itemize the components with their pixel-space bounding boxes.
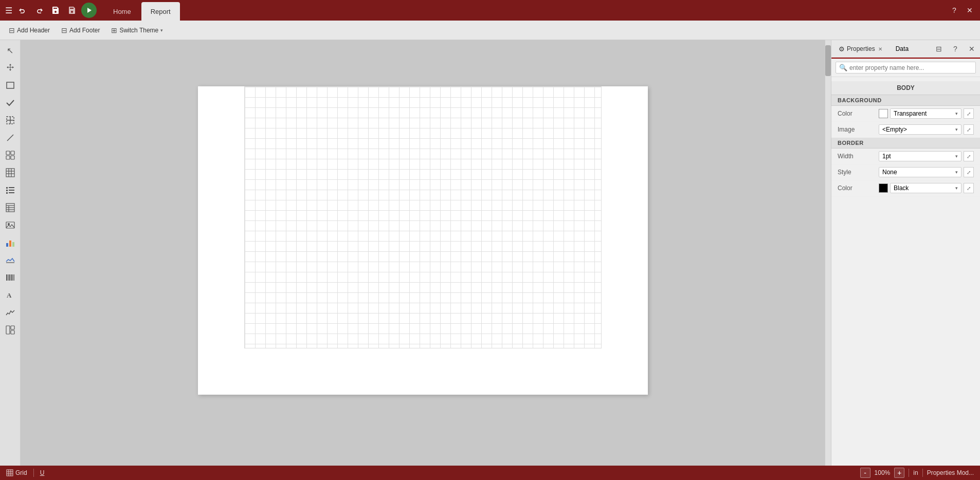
zoom-plus-button[interactable]: + xyxy=(894,468,904,478)
svg-rect-18 xyxy=(6,190,8,191)
border-section-header: BORDER xyxy=(831,138,980,149)
border-width-select-value: 1pt xyxy=(882,153,891,160)
tab-report[interactable]: Report xyxy=(141,2,180,21)
border-color-select[interactable]: Black ▾ xyxy=(890,183,961,193)
panel-stack-icon[interactable]: ⊟ xyxy=(933,43,945,55)
border-color-swatch[interactable] xyxy=(879,183,888,193)
tab-home[interactable]: Home xyxy=(104,2,140,21)
page-grid-area[interactable] xyxy=(244,86,602,348)
status-bar: Grid U - 100% + in Properties Mod... xyxy=(0,466,980,480)
svg-rect-43 xyxy=(11,326,14,329)
tab-data[interactable]: Data xyxy=(891,40,914,59)
sidebar-icon-bar-chart[interactable] xyxy=(2,234,19,251)
svg-rect-31 xyxy=(12,242,14,247)
scrollbar-thumb[interactable] xyxy=(825,45,831,76)
svg-rect-10 xyxy=(11,156,14,159)
tab-properties[interactable]: ⚙ Properties ✕ xyxy=(833,40,888,59)
panel-close-icon[interactable]: ✕ xyxy=(966,43,978,55)
border-style-select[interactable]: None ▾ xyxy=(879,167,961,177)
canvas-area[interactable] xyxy=(21,40,825,466)
bg-color-label: Color xyxy=(838,110,879,117)
sidebar-icon-rectangle[interactable] xyxy=(2,77,19,94)
sidebar-icon-pointer[interactable]: ↖ xyxy=(2,42,19,59)
menu-icon[interactable]: ☰ xyxy=(4,6,13,15)
sidebar-icon-data-grid[interactable] xyxy=(2,199,19,216)
bg-image-expand[interactable]: ⤢ xyxy=(964,124,974,135)
bg-color-swatch[interactable] xyxy=(879,109,888,118)
search-box: 🔍 xyxy=(831,59,980,77)
sidebar-icon-group[interactable] xyxy=(2,147,19,163)
vertical-scrollbar[interactable] xyxy=(825,40,831,466)
border-style-select-arrow: ▾ xyxy=(955,170,958,175)
bg-color-expand[interactable]: ⤢ xyxy=(964,108,974,119)
status-sep-1 xyxy=(33,469,34,477)
svg-rect-2 xyxy=(7,82,14,88)
switch-theme-button[interactable]: ⊞ Switch Theme ▾ xyxy=(106,24,168,37)
redo-button[interactable] xyxy=(32,3,46,17)
add-footer-button[interactable]: ⊟ Add Footer xyxy=(57,24,104,37)
border-style-expand[interactable]: ⤢ xyxy=(964,167,974,177)
svg-rect-37 xyxy=(10,274,11,281)
status-right: - 100% + in Properties Mod... xyxy=(860,468,974,478)
add-header-icon: ⊟ xyxy=(9,26,15,34)
panel-help-icon[interactable]: ? xyxy=(949,43,961,55)
zoom-value: 100% xyxy=(875,469,891,476)
save-button[interactable] xyxy=(48,3,63,17)
sidebar-icon-move[interactable] xyxy=(2,60,19,76)
search-input[interactable] xyxy=(849,64,972,71)
border-style-select-value: None xyxy=(882,169,897,176)
svg-rect-11 xyxy=(6,169,14,177)
data-tab-label: Data xyxy=(896,45,909,52)
sidebar-icon-table[interactable] xyxy=(2,164,19,181)
bg-image-select[interactable]: <Empty> ▾ xyxy=(879,124,961,135)
border-color-expand[interactable]: ⤢ xyxy=(964,183,974,193)
help-button[interactable]: ? xyxy=(948,4,960,16)
play-button[interactable] xyxy=(81,3,97,18)
add-header-button[interactable]: ⊟ Add Header xyxy=(4,24,55,37)
save-as-button[interactable]: + xyxy=(65,3,79,17)
main-layout: ↖ xyxy=(0,40,980,466)
sidebar-icon-sparkline[interactable] xyxy=(2,304,19,321)
undo-button[interactable] xyxy=(15,3,30,17)
sidebar-icon-line[interactable] xyxy=(2,130,19,146)
bg-image-label: Image xyxy=(838,126,879,133)
sidebar-icon-image[interactable] xyxy=(2,217,19,233)
title-bar-tabs: Home Report xyxy=(104,0,180,21)
sidebar-icon-area-chart[interactable] xyxy=(2,252,19,268)
sidebar-icon-crop[interactable] xyxy=(2,112,19,128)
rectangle-icon xyxy=(6,81,15,90)
svg-marker-1 xyxy=(87,8,92,13)
border-width-select[interactable]: 1pt ▾ xyxy=(879,151,961,161)
underline-toggle[interactable]: U xyxy=(40,469,45,476)
crop-icon xyxy=(6,116,15,125)
svg-rect-39 xyxy=(13,274,13,281)
border-width-expand[interactable]: ⤢ xyxy=(964,151,974,161)
sidebar-icon-barcode[interactable] xyxy=(2,269,19,286)
sidebar-icon-check[interactable] xyxy=(2,95,19,111)
zoom-minus-button[interactable]: - xyxy=(860,468,870,478)
properties-tab-close[interactable]: ✕ xyxy=(877,45,883,53)
line-icon xyxy=(6,133,15,142)
close-button[interactable]: ✕ xyxy=(964,4,976,16)
sidebar-icon-list[interactable] xyxy=(2,182,19,198)
border-width-row: Width 1pt ▾ ⤢ xyxy=(831,149,980,164)
panel-tabs: ⚙ Properties ✕ Data ⊟ ? ✕ xyxy=(831,40,980,59)
svg-rect-21 xyxy=(9,192,14,193)
bg-color-select[interactable]: Transparent ▾ xyxy=(890,108,961,119)
data-grid-icon xyxy=(6,203,15,212)
unit-label: in xyxy=(913,469,918,476)
title-bar: ☰ + Home Report ? ✕ xyxy=(0,0,980,21)
border-color-select-value: Black xyxy=(894,184,909,192)
svg-rect-17 xyxy=(9,187,14,188)
svg-rect-40 xyxy=(14,274,14,281)
svg-rect-8 xyxy=(11,151,14,155)
bg-image-row: Image <Empty> ▾ ⤢ xyxy=(831,122,980,138)
sidebar-icon-text[interactable]: A xyxy=(2,287,19,303)
sidebar-icon-plugin[interactable] xyxy=(2,322,19,338)
svg-rect-16 xyxy=(6,187,8,189)
grid-toggle[interactable]: Grid xyxy=(6,469,27,476)
page-white[interactable] xyxy=(198,86,648,395)
table-icon xyxy=(6,168,15,177)
svg-rect-34 xyxy=(6,274,7,281)
title-bar-left: ☰ + xyxy=(4,3,97,18)
